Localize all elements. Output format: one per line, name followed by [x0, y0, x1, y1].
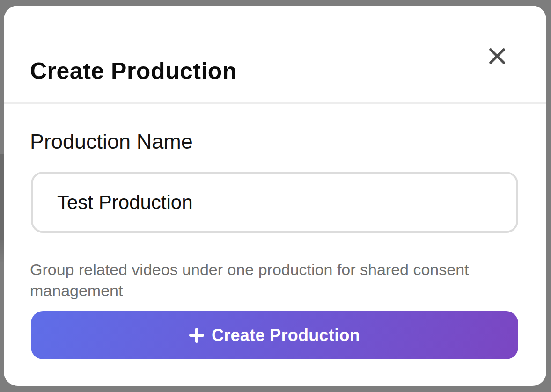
- close-button[interactable]: [486, 45, 508, 67]
- production-name-helper-text: Group related videos under one productio…: [30, 259, 503, 301]
- production-name-label: Production Name: [30, 130, 193, 153]
- create-production-dialog: Create Production Production Name Group …: [4, 6, 546, 386]
- create-production-button-label: Create Production: [212, 326, 360, 345]
- plus-icon: [189, 328, 204, 343]
- create-production-button[interactable]: Create Production: [31, 311, 518, 359]
- backdrop-page-remnant: [0, 154, 4, 240]
- production-name-input[interactable]: [31, 172, 518, 233]
- dimmed-backdrop: Create Production Production Name Group …: [0, 0, 551, 392]
- header-divider: [4, 102, 546, 104]
- backdrop-page-remnant: [0, 240, 4, 262]
- dialog-title: Create Production: [30, 58, 237, 84]
- close-icon: [489, 48, 506, 65]
